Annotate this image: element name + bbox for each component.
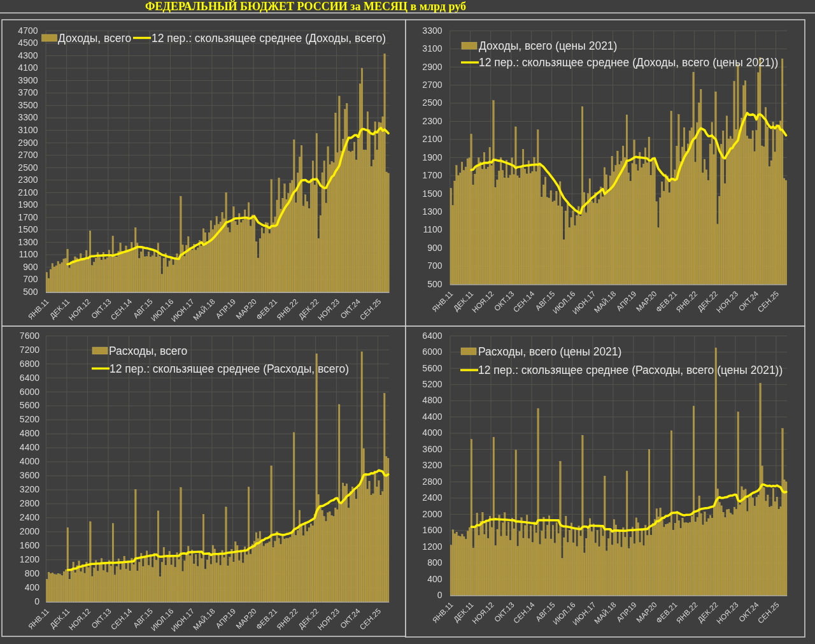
svg-text:4100: 4100 [18,62,38,73]
svg-text:1100: 1100 [18,249,38,259]
svg-text:3100: 3100 [18,125,38,135]
svg-text:4800: 4800 [422,395,442,405]
svg-text:4000: 4000 [422,427,442,438]
svg-text:3300: 3300 [18,112,38,122]
svg-text:2400: 2400 [422,492,442,503]
svg-text:12 пер.: скользящее среднее (Д: 12 пер.: скользящее среднее (Доходы, все… [152,32,386,45]
svg-text:4000: 4000 [20,456,39,466]
svg-text:2100: 2100 [422,134,442,144]
svg-text:1600: 1600 [422,525,442,535]
svg-text:4500: 4500 [18,38,38,48]
svg-text:900: 900 [23,262,38,272]
svg-text:2300: 2300 [422,116,442,126]
svg-text:6400: 6400 [422,331,442,341]
svg-text:1900: 1900 [422,152,442,162]
svg-text:Расходы, всего: Расходы, всего [109,345,187,357]
svg-text:1300: 1300 [422,206,442,217]
svg-text:700: 700 [427,261,443,271]
svg-text:1300: 1300 [18,237,38,247]
svg-text:6000: 6000 [20,387,39,397]
svg-text:3600: 3600 [422,444,442,454]
svg-text:2000: 2000 [422,509,442,519]
svg-text:2100: 2100 [18,187,38,197]
svg-text:1100: 1100 [423,224,442,234]
svg-text:4400: 4400 [422,411,442,422]
svg-text:400: 400 [25,582,40,592]
svg-text:3200: 3200 [20,484,39,494]
svg-text:4800: 4800 [20,428,39,438]
svg-text:1500: 1500 [422,189,442,199]
svg-text:0: 0 [34,596,39,606]
svg-text:3700: 3700 [18,87,38,97]
svg-text:800: 800 [25,568,40,578]
svg-text:0: 0 [437,590,443,600]
svg-text:3900: 3900 [18,75,38,85]
svg-text:12 пер.: скользящее среднее (Р: 12 пер.: скользящее среднее (Расходы, вс… [478,364,783,376]
svg-text:700: 700 [23,274,38,284]
svg-text:1700: 1700 [18,212,38,222]
svg-text:2900: 2900 [422,62,442,72]
svg-text:Расходы, всего (цены 2021): Расходы, всего (цены 2021) [478,345,621,358]
svg-text:7600: 7600 [20,331,39,341]
svg-text:1200: 1200 [422,541,442,552]
svg-text:1900: 1900 [18,199,38,210]
svg-text:800: 800 [427,557,443,568]
svg-text:5200: 5200 [20,414,39,424]
svg-text:2300: 2300 [18,175,38,185]
svg-text:2400: 2400 [20,512,39,522]
svg-text:3200: 3200 [422,460,442,470]
svg-text:12 пер.: скользящее среднее (Р: 12 пер.: скользящее среднее (Расходы, вс… [110,362,349,375]
svg-text:2700: 2700 [18,150,38,160]
svg-text:2800: 2800 [422,476,442,487]
svg-text:2900: 2900 [18,138,38,148]
svg-text:500: 500 [427,279,443,289]
svg-text:3500: 3500 [18,100,38,110]
svg-text:3100: 3100 [422,43,442,54]
svg-text:2500: 2500 [18,162,38,173]
svg-text:3600: 3600 [20,470,39,480]
svg-text:2700: 2700 [422,80,442,90]
svg-text:12 пер.: скользящее среднее (Д: 12 пер.: скользящее среднее (Доходы, все… [479,56,778,69]
svg-text:5200: 5200 [422,379,442,389]
svg-text:2500: 2500 [422,97,442,108]
svg-text:6800: 6800 [20,359,39,369]
svg-text:Доходы, всего (цены 2021): Доходы, всего (цены 2021) [479,39,617,52]
svg-text:Доходы, всего: Доходы, всего [58,32,131,45]
svg-text:400: 400 [427,574,443,584]
svg-text:3300: 3300 [422,25,442,36]
svg-text:1200: 1200 [20,554,39,564]
svg-text:1700: 1700 [422,170,442,180]
svg-text:4700: 4700 [18,25,38,36]
svg-text:500: 500 [23,287,38,297]
svg-text:2800: 2800 [20,498,39,508]
svg-text:6000: 6000 [422,347,442,357]
svg-text:2000: 2000 [20,526,39,536]
svg-text:1600: 1600 [20,540,39,550]
svg-text:4300: 4300 [18,50,38,61]
svg-text:7200: 7200 [20,345,39,355]
svg-text:1500: 1500 [18,224,38,234]
svg-text:ФЕДЕРАЛЬНЫЙ БЮДЖЕТ РОССИИ за М: ФЕДЕРАЛЬНЫЙ БЮДЖЕТ РОССИИ за МЕСЯЦ в млр… [145,0,466,13]
svg-text:4400: 4400 [20,442,39,452]
svg-text:5600: 5600 [20,400,39,410]
svg-text:900: 900 [427,243,443,253]
svg-text:6400: 6400 [20,373,39,383]
svg-text:5600: 5600 [422,363,442,373]
